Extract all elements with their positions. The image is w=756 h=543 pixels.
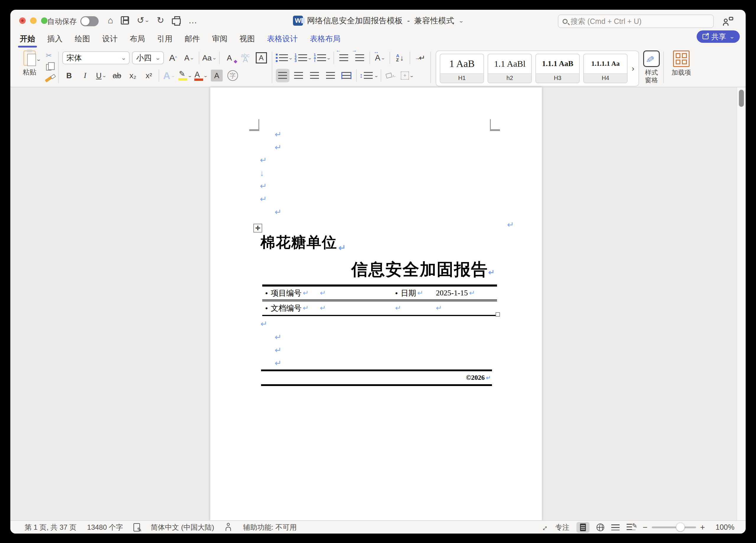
justify-button[interactable] <box>324 69 337 82</box>
scrollbar-thumb[interactable] <box>739 90 744 107</box>
zoom-percentage[interactable]: 100% <box>712 523 734 531</box>
web-layout-icon[interactable] <box>597 524 604 531</box>
decrease-indent-button[interactable]: ← <box>337 51 351 65</box>
doc-info-table[interactable]: ●项目编号↵ ↵ ●日期↵ 2025-1-15↵ ●文档编号↵ ↵ ↵ ↵ <box>262 284 497 316</box>
cut-button[interactable]: ✂ <box>43 50 55 61</box>
multilevel-list-button[interactable]: 1ai⌄ <box>314 51 330 65</box>
zoom-out-button[interactable]: − <box>643 523 647 532</box>
expand-icon[interactable]: ↔ <box>538 521 550 533</box>
copy-button[interactable] <box>43 62 55 72</box>
shading-button[interactable]: ⌄ <box>384 69 398 82</box>
subscript-button[interactable]: x₂ <box>126 69 140 82</box>
minimize-button[interactable] <box>30 17 37 24</box>
strikethrough-button[interactable]: ab <box>110 69 124 82</box>
tab-mailings[interactable]: 邮件 <box>184 32 201 47</box>
table-move-handle[interactable]: ✛ <box>253 224 262 233</box>
grow-font-button[interactable]: A^ <box>166 51 180 65</box>
underline-button[interactable]: U⌄ <box>94 69 108 82</box>
highlight-button[interactable]: ✎⌄ <box>178 69 192 82</box>
char-border-button[interactable]: A <box>255 51 268 65</box>
page-indicator[interactable]: 第 1 页, 共 37 页 <box>25 523 76 532</box>
distribute-button[interactable] <box>340 69 353 82</box>
paragraph-mark: ↵ <box>260 156 267 164</box>
borders-button[interactable]: +⌄ <box>400 69 414 82</box>
align-right-button[interactable] <box>308 69 321 82</box>
share-button[interactable]: 共享 ⌄ <box>697 30 740 43</box>
print-layout-view-button[interactable] <box>576 522 589 533</box>
char-scale-button[interactable]: ↔A⌄ <box>373 51 387 65</box>
close-button[interactable] <box>19 17 26 24</box>
outline-view-icon[interactable] <box>611 524 620 530</box>
fullscreen-button[interactable] <box>41 17 48 24</box>
tab-table-layout[interactable]: 表格布局 <box>309 32 341 47</box>
search-input[interactable] <box>571 17 709 26</box>
align-left-button[interactable] <box>276 69 289 82</box>
bullet-list-button[interactable]: ⌄ <box>276 51 292 65</box>
table-row: ●文档编号↵ ↵ ↵ ↵ <box>262 301 497 316</box>
vertical-scrollbar[interactable] <box>737 87 746 520</box>
zoom-slider[interactable] <box>652 526 696 528</box>
tab-draw[interactable]: 绘图 <box>74 32 91 47</box>
paste-button[interactable]: ⌄ 粘贴 <box>17 50 42 77</box>
focus-mode-button[interactable]: 专注 <box>555 523 569 532</box>
style-h1[interactable]: 1 AaB H1 <box>440 54 484 83</box>
search-icon <box>563 19 568 24</box>
style-h4[interactable]: 1.1.1.1 Aa H4 <box>583 54 628 83</box>
align-center-button[interactable] <box>292 69 305 82</box>
doc-report-title[interactable]: 信息安全加固报告↵ <box>260 259 495 281</box>
styles-more-button[interactable]: › <box>632 64 634 73</box>
tab-design[interactable]: 设计 <box>102 32 118 47</box>
font-name-select[interactable]: 宋体⌄ <box>62 51 130 64</box>
undo-icon[interactable]: ↺⌄ <box>137 15 149 25</box>
format-painter-button[interactable] <box>43 74 55 84</box>
tab-references[interactable]: 引用 <box>157 32 173 47</box>
proofing-icon[interactable] <box>133 523 140 531</box>
increase-indent-button[interactable]: → <box>353 51 366 65</box>
tab-layout[interactable]: 布局 <box>129 32 146 47</box>
redo-icon[interactable]: ↻ <box>157 15 164 25</box>
italic-button[interactable]: I <box>78 69 92 82</box>
save-icon[interactable] <box>121 16 129 25</box>
bold-button[interactable]: B <box>62 69 76 82</box>
home-icon[interactable]: ⌂ <box>108 15 113 25</box>
style-h2[interactable]: 1.1 AaBl h2 <box>488 54 532 83</box>
zoom-in-button[interactable]: + <box>700 523 705 532</box>
doc-company-heading[interactable]: 棉花糖单位↵ <box>260 233 346 252</box>
shrink-font-button[interactable]: A⌄ <box>182 51 196 65</box>
clear-format-button[interactable]: A◆ <box>223 51 236 65</box>
table-resize-handle[interactable] <box>496 312 500 317</box>
char-shading-button[interactable]: A <box>210 69 224 82</box>
language-indicator[interactable]: 简体中文 (中国大陆) <box>151 523 214 532</box>
word-count[interactable]: 13480 个字 <box>87 523 123 532</box>
tab-home[interactable]: 开始 <box>19 32 36 47</box>
distribute-icon <box>341 72 351 79</box>
superscript-button[interactable]: x² <box>142 69 156 82</box>
style-h3[interactable]: 1.1.1 AaB H3 <box>535 54 580 83</box>
title-chevron-icon[interactable]: ⌄ <box>458 18 464 24</box>
tab-view[interactable]: 视图 <box>239 32 255 47</box>
document-page[interactable]: ↵ ↵ ↵ ↓ ↵ ↵ ↵ ↵ ✛ 棉花糖单位↵ 信息安全加固报告↵ ●项目编号… <box>210 87 542 520</box>
numbered-list-button[interactable]: 123⌄ <box>294 51 311 65</box>
text-effects-button[interactable]: A⌄ <box>162 69 176 82</box>
accessibility-status[interactable]: 辅助功能: 不可用 <box>243 523 296 532</box>
addins-button[interactable]: 加载项 <box>672 50 691 76</box>
tab-review[interactable]: 审阅 <box>211 32 228 47</box>
search-box[interactable] <box>558 14 714 28</box>
font-size-select[interactable]: 小四⌄ <box>132 51 164 64</box>
autosave-toggle[interactable] <box>80 16 99 26</box>
zoom-slider-thumb[interactable] <box>676 523 685 531</box>
sort-button[interactable]: AZ↓ <box>393 51 407 65</box>
enclose-char-button[interactable]: 字 <box>226 69 239 82</box>
draft-view-icon[interactable] <box>627 524 636 531</box>
tab-insert[interactable]: 插入 <box>47 32 63 47</box>
show-marks-button[interactable]: →↵ <box>413 51 427 65</box>
line-spacing-button[interactable]: ↕⌄ <box>360 69 378 82</box>
font-color-button[interactable]: A⌄ <box>194 69 208 82</box>
style-pane-button[interactable]: 样式窗格 <box>643 50 660 84</box>
phonetic-guide-button[interactable]: abcA <box>239 51 252 65</box>
print-icon[interactable] <box>172 17 181 24</box>
more-icon[interactable]: … <box>188 15 197 25</box>
change-case-button[interactable]: Aa⌄ <box>202 51 216 65</box>
tab-table-design[interactable]: 表格设计 <box>266 32 298 47</box>
presence-icon[interactable] <box>723 17 733 26</box>
